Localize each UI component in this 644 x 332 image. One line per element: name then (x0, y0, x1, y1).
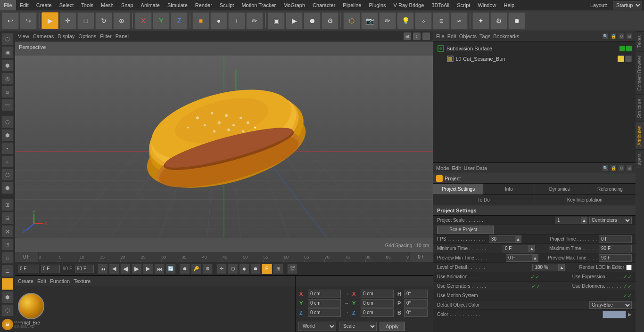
spline-button[interactable]: ✏ (379, 12, 396, 29)
min-time-stepper-up[interactable]: ▲ (528, 245, 535, 252)
add-button[interactable]: + (228, 12, 245, 29)
move-key-button[interactable]: ✛ (216, 264, 227, 274)
snap-button[interactable]: ✦ (472, 12, 489, 29)
tool6-button[interactable]: ☰ (1, 265, 14, 277)
polygon-mode-button[interactable]: ⬡ (1, 116, 14, 128)
obj-edit-menu[interactable]: Edit (447, 33, 456, 39)
edge-mode-button[interactable]: ⬢ (1, 129, 14, 141)
tool1-button[interactable]: ⊞ (1, 199, 14, 211)
scale-project-button[interactable]: Scale Project... (437, 226, 494, 234)
vp-dots-button[interactable]: ⋯ (422, 32, 430, 40)
z-size-input[interactable] (361, 308, 394, 317)
tab-takes[interactable]: Takes (636, 31, 644, 51)
attr-search-icon[interactable]: 🔍 (602, 165, 609, 171)
obj-settings-icon[interactable]: ⚙ (618, 33, 625, 40)
menu-character[interactable]: Character (309, 0, 339, 10)
end-frame-input[interactable] (75, 265, 94, 273)
tool7-button[interactable]: ⬡ (1, 278, 14, 290)
render-settings-button[interactable]: ⚙ (322, 12, 339, 29)
perspective-button[interactable]: ⬡ (343, 12, 360, 29)
color-swatch[interactable] (603, 311, 626, 318)
tool8-button[interactable]: ⬢ (1, 291, 14, 303)
record-all-button[interactable]: ⏺ (250, 264, 261, 274)
magnet-button[interactable]: ⚙ (490, 12, 507, 29)
tab-attributes[interactable]: Attributes (636, 121, 644, 149)
camera-button[interactable]: 📷 (361, 12, 378, 29)
use-expr-check[interactable]: ✓ (623, 274, 632, 280)
menu-create[interactable]: Create (33, 0, 56, 10)
p-rot-input[interactable] (404, 299, 428, 308)
ring-selection-button[interactable]: ◎ (1, 73, 14, 85)
menu-tools[interactable]: Tools (77, 0, 97, 10)
menu-mograph[interactable]: MoGraph (280, 0, 309, 10)
goto-end-button[interactable]: ⏭ (154, 264, 165, 274)
cube-button[interactable]: ■ (192, 12, 209, 29)
menu-pipeline[interactable]: Pipeline (339, 0, 365, 10)
vp-options-menu[interactable]: Options (78, 33, 96, 39)
viewport-3d[interactable]: X Y Z Perspective Grid Spacing : 10 cm (15, 41, 433, 252)
obj-subdivision-surface[interactable]: Subdivision Surface (435, 43, 634, 54)
tool9-button[interactable]: ⬡ (1, 304, 14, 316)
timeline-key-button[interactable]: ◆ (239, 264, 249, 274)
mat-texture-menu[interactable]: Texture (74, 278, 91, 284)
obj-expand-icon[interactable]: ⊞ (626, 33, 633, 40)
tab-layers[interactable]: Layers (636, 149, 644, 171)
obj-render-dot[interactable] (626, 46, 632, 51)
menu-help[interactable]: Help (500, 0, 519, 10)
x-size-input[interactable] (361, 290, 394, 298)
preview-button[interactable]: P (262, 264, 272, 274)
attr-edit-menu[interactable]: Edit (452, 165, 461, 171)
mograph-button[interactable]: ⧇ (433, 12, 450, 29)
attr-tab-key-interp[interactable]: Key Interpolation (535, 195, 636, 205)
use-motion-check[interactable]: ✓ (623, 292, 632, 299)
deformer-button[interactable]: ⬦ (415, 12, 432, 29)
use-def-check[interactable]: ✓ (623, 283, 632, 290)
live-selection-button[interactable]: ⬡ (1, 33, 14, 45)
vp-arrow-button[interactable]: ↕ (413, 32, 421, 40)
preview-min-up[interactable]: ▲ (532, 254, 538, 262)
menu-vray[interactable]: V-Ray Bridge (390, 0, 428, 10)
menu-simulate[interactable]: Simulate (164, 0, 191, 10)
record-key-button[interactable]: ⏺ (180, 264, 190, 274)
object-button[interactable]: ● (210, 12, 227, 29)
select-tool-button[interactable]: ▶ (41, 12, 58, 29)
menu-animate[interactable]: Animate (137, 0, 164, 10)
y-pos-input[interactable] (308, 299, 341, 308)
timeline-render-button[interactable]: 🎬 (287, 264, 297, 274)
menu-render[interactable]: Render (191, 0, 216, 10)
current-frame-input[interactable] (18, 265, 39, 273)
max-time-input[interactable] (599, 245, 632, 252)
obj-objects-menu[interactable]: Objects (459, 33, 477, 39)
default-color-select[interactable]: Gray-Blue (589, 301, 632, 309)
attr-settings-icon[interactable]: ⚙ (618, 165, 625, 171)
vp-maximize-button[interactable]: ⊞ (404, 32, 411, 40)
play-reverse-button[interactable]: ◀ (120, 264, 131, 274)
fill-selection-button[interactable]: ⧈ (1, 86, 14, 98)
project-time-input[interactable] (599, 235, 632, 243)
loop-button[interactable]: 🔄 (165, 264, 176, 274)
layout-select[interactable]: Startup (613, 1, 642, 9)
obj-bookmarks-menu[interactable]: Bookmarks (493, 33, 519, 39)
render-region-button[interactable]: ▣ (268, 12, 285, 29)
scene-mode-button[interactable]: ⬢ (1, 182, 14, 194)
prev-frame-button[interactable]: ◀ (109, 264, 119, 274)
menu-window[interactable]: Window (474, 0, 500, 10)
attr-tab-info[interactable]: Info (484, 184, 534, 194)
field-button[interactable]: ≈ (451, 12, 468, 29)
attr-expand-icon[interactable]: ⊞ (626, 165, 633, 171)
redo-button[interactable]: ↪ (20, 12, 37, 29)
menu-select[interactable]: Select (56, 0, 78, 10)
scale-stepper-up[interactable]: ▲ (581, 217, 587, 224)
vp-cameras-menu[interactable]: Cameras (33, 33, 54, 39)
world-dropdown[interactable]: World (298, 322, 336, 331)
loop-selection-button[interactable]: ⬢ (1, 59, 14, 72)
attr-lock-icon[interactable]: 🔒 (610, 165, 617, 171)
fps-stepper-up[interactable]: ▲ (515, 235, 521, 243)
use-anim-check[interactable]: ✓ (530, 274, 539, 280)
obj-bun-dots-btn[interactable]: ⋯ (625, 56, 632, 62)
menu-edit[interactable]: Edit (16, 0, 33, 10)
vp-view-menu[interactable]: View (18, 33, 29, 39)
key-settings-button[interactable]: ⚙ (202, 264, 213, 274)
project-scale-input[interactable] (555, 217, 581, 224)
menu-file[interactable]: File (0, 0, 16, 10)
